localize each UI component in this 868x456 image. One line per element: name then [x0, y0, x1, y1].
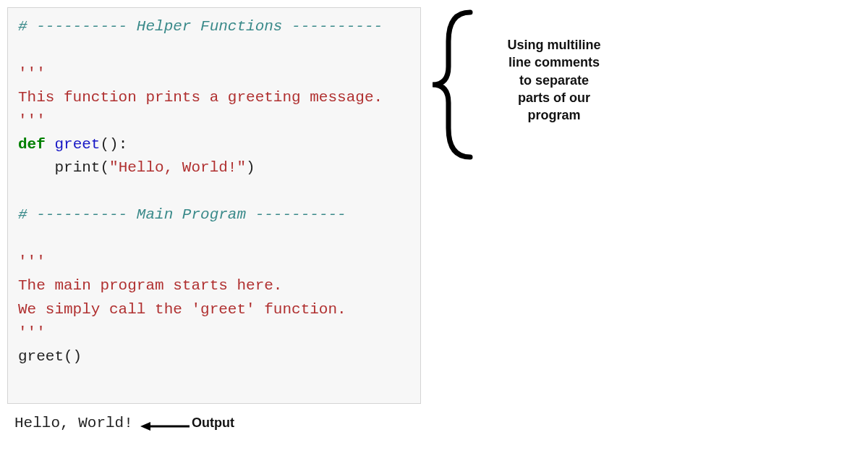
- docstring-close: ''': [18, 112, 46, 129]
- print-line: print("Hello, World!"): [18, 156, 410, 180]
- annotation-text: Using multiline line comments to separat…: [496, 36, 612, 124]
- annotation-line: Using multiline: [496, 36, 612, 54]
- section-comment-helper: # ---------- Helper Functions ----------: [18, 15, 410, 39]
- def-line: def greet():: [18, 133, 410, 157]
- annotation-line: line comments: [496, 54, 612, 71]
- output-label: Output: [192, 415, 234, 431]
- docstring-text: We simply call the 'greet' function.: [18, 301, 346, 318]
- annotation-line: parts of our: [496, 89, 612, 106]
- code-block: # ---------- Helper Functions ----------…: [7, 7, 421, 404]
- docstring-close: ''': [18, 324, 46, 341]
- annotation-line: to separate: [496, 72, 612, 89]
- docstring-text: The main program starts here.: [18, 277, 282, 294]
- curly-brace-icon: [427, 9, 492, 161]
- annotation-line: program: [496, 106, 612, 124]
- docstring-text: This function prints a greeting message.: [18, 89, 383, 106]
- blank-line: [18, 180, 410, 204]
- docstring-open: ''': [18, 253, 46, 270]
- arrow-left-icon: [140, 419, 191, 434]
- section-comment-main: # ---------- Main Program ----------: [18, 203, 410, 227]
- call-line: greet(): [18, 348, 82, 365]
- blank-line: [18, 227, 410, 251]
- docstring-open: ''': [18, 65, 46, 82]
- svg-marker-1: [140, 422, 150, 431]
- blank-line: [18, 39, 410, 63]
- program-output: Hello, World!: [14, 415, 133, 431]
